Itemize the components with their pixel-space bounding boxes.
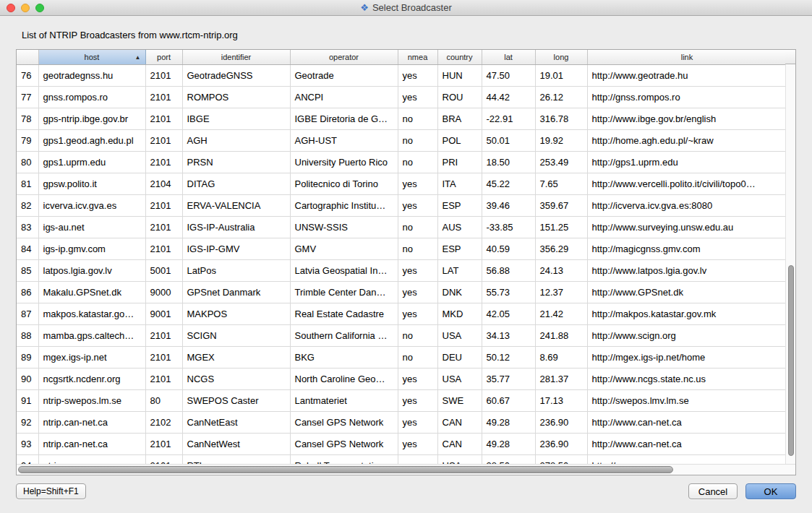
cell-host: latpos.lgia.gov.lv [38, 259, 145, 281]
table-row[interactable]: 86Makalu.GPSnet.dk9000GPSnet DanmarkTrim… [17, 281, 785, 303]
horizontal-scrollbar[interactable] [17, 464, 795, 475]
cell-nmea: yes [398, 173, 437, 194]
table-grid-area: host▲portidentifieroperatornmeacountryla… [17, 50, 785, 464]
cell-country: LAT [437, 259, 482, 281]
table-row[interactable]: 80gps1.uprm.edu2101PRSNUniversity Puerto… [17, 151, 785, 173]
column-header-long[interactable]: long [535, 50, 587, 64]
ok-button[interactable]: OK [745, 483, 796, 499]
cell-identifier: LatPos [182, 259, 290, 281]
column-header-operator[interactable]: operator [290, 50, 398, 64]
column-header-lat[interactable]: lat [482, 50, 535, 64]
cell-num: 84 [17, 238, 38, 259]
cell-host: igs-ip.gmv.com [38, 238, 145, 259]
column-header-nmea[interactable]: nmea [398, 50, 437, 64]
cell-lat: 50.01 [482, 129, 535, 151]
cell-num: 87 [17, 303, 38, 324]
cell-identifier: DITAG [182, 173, 290, 194]
table-row[interactable]: 76geotradegnss.hu2101GeotradeGNSSGeotrad… [17, 64, 785, 86]
cell-link: http://www.geotrade.hu [587, 64, 785, 86]
cell-num: 79 [17, 129, 38, 151]
cell-identifier: MGEX [182, 346, 290, 368]
table-row[interactable]: 91ntrip-swepos.lm.se80SWEPOS CasterLantm… [17, 389, 785, 411]
cell-country: AUS [437, 216, 482, 238]
cell-lat: 42.05 [482, 303, 535, 324]
cell-operator: Lantmateriet [290, 389, 398, 411]
column-header-host[interactable]: host▲ [38, 50, 145, 64]
cell-link: http://makpos.katastar.gov.mk [587, 303, 785, 324]
help-button[interactable]: Help=Shift+F1 [16, 483, 86, 499]
app-icon: ❖ [360, 3, 369, 12]
table-row[interactable]: 85latpos.lgia.gov.lv5001LatPosLatvia Geo… [17, 259, 785, 281]
cell-port: 2101 [145, 86, 182, 108]
cell-link: http://www.surveying.unsw.edu.au [587, 216, 785, 238]
cell-identifier: CanNetWest [182, 433, 290, 454]
cell-identifier: IBGE [182, 108, 290, 129]
table-row[interactable]: 87makpos.katastar.go…9001MAKPOSReal Esta… [17, 303, 785, 324]
table-row[interactable]: 82icverva.icv.gva.es2101ERVA-VALENCIACar… [17, 194, 785, 216]
cell-host: geotradegnss.hu [38, 64, 145, 86]
cell-nmea: yes [398, 259, 437, 281]
cell-num: 93 [17, 433, 38, 454]
table-row[interactable]: 88mamba.gps.caltech…2101SCIGNSouthern Ca… [17, 324, 785, 346]
cell-operator: AGH-UST [290, 129, 398, 151]
cell-operator: Latvia Geospatial In… [290, 259, 398, 281]
table-row[interactable]: 78gps-ntrip.ibge.gov.br2101IBGEIGBE Dire… [17, 108, 785, 129]
cell-num: 80 [17, 151, 38, 173]
cell-num: 88 [17, 324, 38, 346]
cell-nmea: no [398, 216, 437, 238]
cancel-button[interactable]: Cancel [688, 483, 738, 499]
cell-nmea [398, 454, 437, 464]
table-row[interactable]: 94ntrip2101RTIRebell TransportatioUSA38.… [17, 454, 785, 464]
cell-identifier: ERVA-VALENCIA [182, 194, 290, 216]
window-titlebar[interactable]: ❖ Select Broadcaster [0, 0, 812, 16]
cell-long: 26.12 [535, 86, 587, 108]
column-header-port[interactable]: port [145, 50, 182, 64]
table-row[interactable]: 81gpsw.polito.it2104DITAGPolitecnico di … [17, 173, 785, 194]
cell-lat: 18.50 [482, 151, 535, 173]
cell-link: http://www.ncgs.state.nc.us [587, 368, 785, 389]
cell-num: 92 [17, 411, 38, 433]
cell-num: 86 [17, 281, 38, 303]
column-header-identifier[interactable]: identifier [182, 50, 290, 64]
table-row[interactable]: 93ntrip.can-net.ca2101CanNetWestCansel G… [17, 433, 785, 454]
column-label-identifier: identifier [221, 53, 252, 61]
table-row[interactable]: 83igs-au.net2101IGS-IP-AustraliaUNSW-SSI… [17, 216, 785, 238]
cell-nmea: yes [398, 389, 437, 411]
column-label-host: host [85, 53, 100, 61]
table-row[interactable]: 79gps1.geod.agh.edu.pl2101AGHAGH-USTnoPO… [17, 129, 785, 151]
cell-identifier: CanNetEast [182, 411, 290, 433]
cell-port: 2101 [145, 194, 182, 216]
cell-host: mamba.gps.caltech… [38, 324, 145, 346]
table-row[interactable]: 89mgex.igs-ip.net2101MGEXBKGnoDEU50.128.… [17, 346, 785, 368]
vertical-scrollbar[interactable] [785, 50, 795, 464]
vertical-scrollbar-thumb[interactable] [788, 265, 794, 456]
table-row[interactable]: 90ncgsrtk.ncdenr.org2101NCGSNorth Caroli… [17, 368, 785, 389]
cell-nmea: yes [398, 86, 437, 108]
cell-port: 2101 [145, 64, 182, 86]
cell-host: ntrip.can-net.ca [38, 411, 145, 433]
window-title: Select Broadcaster [372, 2, 452, 13]
cell-link: http://swepos.lmv.lm.se [587, 389, 785, 411]
table-row[interactable]: 84igs-ip.gmv.com2101IGS-IP-GMVGMVnoESP40… [17, 238, 785, 259]
table-row[interactable]: 77gnss.rompos.ro2101ROMPOSANCPIyesROU44.… [17, 86, 785, 108]
cell-link: http://home.agh.edu.pl/~kraw [587, 129, 785, 151]
cell-host: ntrip [38, 454, 145, 464]
cell-country: ESP [437, 194, 482, 216]
column-header-link[interactable]: link [587, 50, 785, 64]
cell-identifier: SCIGN [182, 324, 290, 346]
cell-identifier: IGS-IP-GMV [182, 238, 290, 259]
cell-port: 5001 [145, 259, 182, 281]
cell-lat: 35.77 [482, 368, 535, 389]
horizontal-scrollbar-thumb[interactable] [18, 466, 673, 473]
scrollbar-header-corner [785, 50, 795, 64]
cell-lat: 49.28 [482, 411, 535, 433]
table-row[interactable]: 92ntrip.can-net.ca2102CanNetEastCansel G… [17, 411, 785, 433]
cell-port: 2101 [145, 433, 182, 454]
cell-identifier: GPSnet Danmark [182, 281, 290, 303]
column-header-country[interactable]: country [437, 50, 482, 64]
cell-port: 2102 [145, 411, 182, 433]
cell-host: Makalu.GPSnet.dk [38, 281, 145, 303]
broadcaster-table: host▲portidentifieroperatornmeacountryla… [16, 49, 796, 475]
cell-host: gps1.geod.agh.edu.pl [38, 129, 145, 151]
cell-host: ntrip-swepos.lm.se [38, 389, 145, 411]
